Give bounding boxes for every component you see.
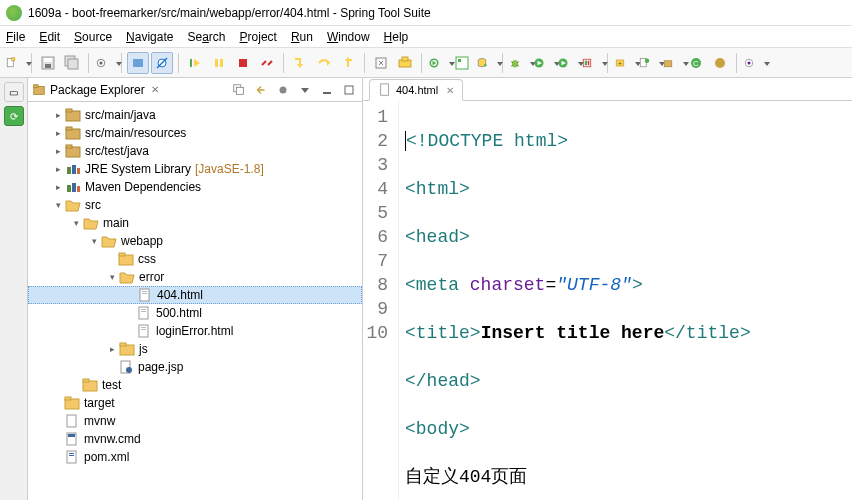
tree-node-maven[interactable]: ▸Maven Dependencies (28, 178, 362, 196)
servers-button[interactable] (475, 52, 497, 74)
svg-rect-79 (142, 293, 147, 294)
suspend-button[interactable] (208, 52, 230, 74)
svg-point-55 (280, 86, 287, 93)
tree-node-src-main-java[interactable]: ▸src/main/java (28, 106, 362, 124)
package-tree[interactable]: ▸src/main/java ▸src/main/resources ▸src/… (28, 102, 362, 500)
maximize-view-button[interactable] (340, 81, 358, 99)
tree-label: Maven Dependencies (85, 180, 201, 194)
svg-rect-4 (45, 64, 51, 68)
tree-node-pagejsp[interactable]: page.jsp (28, 358, 362, 376)
tree-node-pom[interactable]: pom.xml (28, 448, 362, 466)
svg-rect-83 (139, 325, 148, 337)
run-last-button[interactable] (556, 52, 578, 74)
menu-file[interactable]: File (6, 30, 25, 44)
tree-node-loginerror[interactable]: loginError.html (28, 322, 362, 340)
svg-rect-64 (66, 145, 72, 148)
step-return-button[interactable] (337, 52, 359, 74)
menu-search[interactable]: Search (187, 30, 225, 44)
new-java-button[interactable] (637, 52, 659, 74)
relaunch-button[interactable] (427, 52, 449, 74)
tree-node-webapp[interactable]: ▾webapp (28, 232, 362, 250)
svg-rect-91 (83, 379, 89, 382)
svg-rect-84 (141, 327, 146, 328)
tree-label: error (139, 270, 164, 284)
code-editor[interactable]: 1 2 3 4 5 6 7 8 9 10 <!DOCTYPE html> <ht… (363, 101, 852, 500)
tree-node-main[interactable]: ▾main (28, 214, 362, 232)
menu-source[interactable]: Source (74, 30, 112, 44)
spring-view-button[interactable]: ⟳ (4, 106, 24, 126)
toggle-rect-button[interactable] (127, 52, 149, 74)
svg-rect-62 (66, 127, 72, 130)
step-over-button[interactable] (313, 52, 335, 74)
tree-node-mvnwcmd[interactable]: mvnw.cmd (28, 430, 362, 448)
step-into-button[interactable] (289, 52, 311, 74)
open-task-button[interactable] (742, 52, 764, 74)
new-package-button[interactable] (661, 52, 683, 74)
code-content[interactable]: <!DOCTYPE html> <html> <head> <meta char… (399, 101, 751, 500)
tree-node-jre[interactable]: ▸JRE System Library[JavaSE-1.8] (28, 160, 362, 178)
menu-window[interactable]: Window (327, 30, 370, 44)
editor-tab-404[interactable]: 404.html ✕ (369, 79, 463, 101)
boot-dash-button[interactable] (451, 52, 473, 74)
new-class-button[interactable]: C (685, 52, 707, 74)
tree-node-500[interactable]: 500.html (28, 304, 362, 322)
menu-help[interactable]: Help (384, 30, 409, 44)
close-icon[interactable]: ✕ (446, 85, 454, 96)
tree-node-src-main-resources[interactable]: ▸src/main/resources (28, 124, 362, 142)
svg-rect-14 (215, 59, 218, 67)
save-button[interactable] (37, 52, 59, 74)
tree-label: loginError.html (156, 324, 233, 338)
menu-edit[interactable]: Edit (39, 30, 60, 44)
menu-run[interactable]: Run (291, 30, 313, 44)
svg-point-89 (126, 367, 132, 373)
new-button[interactable] (4, 52, 26, 74)
svg-rect-15 (220, 59, 223, 67)
tree-label: src/main/java (85, 108, 156, 122)
tree-node-src-test-java[interactable]: ▸src/test/java (28, 142, 362, 160)
run-button[interactable] (532, 52, 554, 74)
main-toolbar: + C (0, 48, 852, 78)
skip-breakpoints-button[interactable] (151, 52, 173, 74)
svg-rect-82 (141, 311, 146, 312)
file-icon (378, 83, 392, 97)
focus-task-button[interactable] (274, 81, 292, 99)
menu-navigate[interactable]: Navigate (126, 30, 173, 44)
svg-rect-66 (72, 165, 76, 174)
close-icon[interactable]: ✕ (151, 84, 159, 95)
resume-button[interactable] (184, 52, 206, 74)
tree-node-target[interactable]: target (28, 394, 362, 412)
switch-button[interactable] (94, 52, 116, 74)
tree-node-404[interactable]: 404.html (28, 286, 362, 304)
tree-node-mvnw[interactable]: mvnw (28, 412, 362, 430)
svg-line-32 (511, 65, 513, 66)
drop-frame-button[interactable] (370, 52, 392, 74)
terminate-button[interactable] (232, 52, 254, 74)
new-server-button[interactable]: + (613, 52, 635, 74)
svg-rect-81 (141, 309, 146, 310)
tree-label: webapp (121, 234, 163, 248)
collapse-all-button[interactable] (230, 81, 248, 99)
tree-node-js[interactable]: ▸js (28, 340, 362, 358)
new-type-button[interactable] (709, 52, 731, 74)
line-number: 5 (363, 201, 388, 225)
disconnect-button[interactable] (256, 52, 278, 74)
step-filters-button[interactable] (394, 52, 416, 74)
view-menu-button[interactable] (296, 81, 314, 99)
editor-tab-bar: 404.html ✕ (363, 78, 852, 101)
save-all-button[interactable] (61, 52, 83, 74)
svg-rect-77 (140, 289, 149, 301)
tree-label: test (102, 378, 121, 392)
svg-rect-45 (664, 60, 672, 66)
svg-rect-85 (141, 329, 146, 330)
debug-button[interactable] (508, 52, 530, 74)
tree-node-test[interactable]: test (28, 376, 362, 394)
tree-node-src[interactable]: ▾src (28, 196, 362, 214)
tree-label: mvnw (84, 414, 115, 428)
minimize-view-button[interactable] (318, 81, 336, 99)
link-editor-button[interactable] (252, 81, 270, 99)
tree-node-error[interactable]: ▾error (28, 268, 362, 286)
restore-view-button[interactable]: ▭ (4, 82, 24, 102)
menu-project[interactable]: Project (240, 30, 277, 44)
tree-node-css[interactable]: css (28, 250, 362, 268)
coverage-button[interactable] (580, 52, 602, 74)
